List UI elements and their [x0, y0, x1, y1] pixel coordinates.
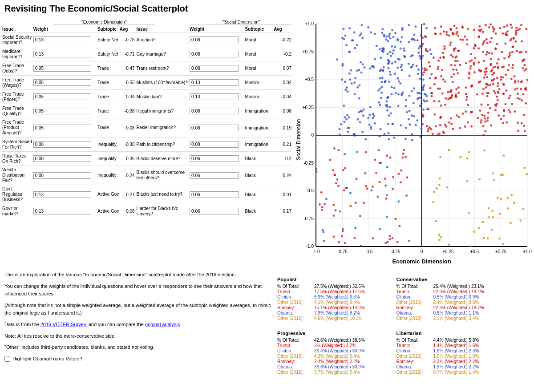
checkbox-label: Highlight Obama/Trump Voters? — [12, 355, 82, 363]
weight1-input-0[interactable] — [33, 36, 91, 43]
scatter-dot — [440, 25, 442, 28]
scatter-dot — [400, 124, 402, 126]
weight1-input-8[interactable] — [33, 155, 91, 162]
cell-weight2-7[interactable] — [190, 141, 245, 148]
desc-p6: "Other" includes third-party candidates,… — [4, 344, 271, 352]
weight2-input-9[interactable] — [190, 172, 239, 179]
cell-issue1-10: Gov't Regulates Business? — [2, 186, 33, 202]
weight2-input-0[interactable] — [190, 36, 239, 43]
scatter-dot — [380, 162, 382, 164]
weight1-input-3[interactable] — [33, 79, 91, 86]
scatter-dot — [411, 114, 413, 117]
q-label: Other (2012): — [396, 370, 432, 375]
scatter-dot — [465, 86, 467, 89]
weight1-input-7[interactable] — [33, 141, 91, 148]
cell-weight2-8[interactable] — [190, 155, 245, 162]
weight1-input-1[interactable] — [33, 51, 91, 57]
cell-weight1-11[interactable] — [33, 208, 97, 214]
weight2-input-7[interactable] — [190, 141, 239, 148]
cell-weight2-5[interactable] — [190, 108, 245, 114]
weight2-input-3[interactable] — [190, 79, 239, 86]
cell-weight2-10[interactable] — [190, 191, 245, 198]
scatter-dot — [454, 57, 457, 59]
scatter-dot — [482, 88, 485, 90]
cell-weight1-2[interactable] — [33, 65, 97, 72]
scatter-dot — [457, 50, 460, 52]
scatter-dot — [486, 51, 488, 53]
cell-weight2-3[interactable] — [190, 79, 245, 86]
scatter-dot — [437, 134, 439, 136]
cell-weight1-9[interactable] — [33, 172, 97, 179]
cell-weight1-3[interactable] — [33, 79, 97, 86]
scatter-dot — [421, 72, 423, 74]
scatter-dot — [342, 228, 344, 230]
scatter-dot — [523, 167, 526, 169]
scatter-dot — [462, 39, 464, 41]
scatter-dot — [341, 235, 343, 237]
weight2-input-8[interactable] — [190, 155, 239, 162]
weight1-input-2[interactable] — [33, 65, 91, 72]
cell-weight2-2[interactable] — [190, 65, 245, 72]
cell-weight1-7[interactable] — [33, 141, 97, 148]
scatter-dot — [439, 88, 441, 90]
weight1-input-4[interactable] — [33, 93, 91, 100]
cell-weight1-6[interactable] — [33, 125, 97, 131]
scatter-dot — [492, 30, 494, 32]
scatter-dot — [388, 238, 391, 240]
scatter-dot — [484, 73, 486, 76]
voter-survey-link[interactable]: 2016 VOTER Survey — [40, 322, 86, 327]
scatter-dot — [482, 134, 485, 136]
scatter-dot — [335, 182, 337, 184]
scatter-dot — [487, 84, 489, 86]
weight1-input-10[interactable] — [33, 191, 91, 198]
cell-weight2-1[interactable] — [190, 51, 245, 57]
cell-weight2-9[interactable] — [190, 172, 245, 179]
weight2-input-6[interactable] — [190, 125, 239, 131]
cell-weight2-11[interactable] — [190, 208, 245, 214]
scatter-dot — [500, 118, 502, 120]
scatter-dot — [511, 51, 514, 53]
q-label: Romney: — [396, 305, 432, 310]
scatter-dot — [459, 156, 461, 158]
scatter-dot — [417, 39, 419, 41]
original-analysis-link[interactable]: original analysis — [145, 322, 180, 327]
cell-weight1-5[interactable] — [33, 108, 97, 114]
scatter-dot — [481, 43, 484, 45]
q-val: 4.1% (Weighted:) 8.4% — [314, 300, 360, 305]
scatter-dot — [524, 88, 526, 90]
cell-weight1-4[interactable] — [33, 93, 97, 100]
cell-weight1-0[interactable] — [33, 36, 97, 43]
scatter-dot — [508, 109, 510, 111]
cell-weight2-6[interactable] — [190, 125, 245, 131]
cell-weight1-10[interactable] — [33, 191, 97, 198]
weight2-input-1[interactable] — [190, 51, 239, 57]
weight2-input-4[interactable] — [190, 93, 239, 100]
cell-weight1-8[interactable] — [33, 155, 97, 162]
scatter-dot — [397, 93, 400, 95]
scatter-dot — [434, 32, 437, 35]
weight1-input-6[interactable] — [33, 125, 91, 131]
scatter-dot — [315, 168, 317, 170]
weight1-input-11[interactable] — [33, 208, 91, 214]
weight2-input-11[interactable] — [190, 208, 239, 214]
scatter-dot — [487, 112, 490, 114]
weight2-input-5[interactable] — [190, 108, 239, 114]
scatter-dot — [336, 178, 339, 181]
weight1-input-5[interactable] — [33, 108, 91, 114]
scatter-dot — [406, 111, 408, 113]
weight2-input-10[interactable] — [190, 191, 239, 198]
weight1-input-9[interactable] — [33, 172, 91, 179]
cell-weight1-1[interactable] — [33, 51, 97, 57]
scatter-dot — [523, 64, 526, 66]
scatter-dot — [421, 36, 424, 39]
quadrant-data-row: Other (2016):1.5% (Weighted:) 1.9% — [396, 354, 506, 359]
scatter-dot — [445, 97, 447, 100]
quadrant-data-row: Romney:2.3% (Weighted:) 2.2% — [396, 359, 506, 364]
scatter-dot — [439, 117, 441, 119]
cell-weight2-4[interactable] — [190, 93, 245, 100]
scatter-dot — [387, 241, 389, 243]
scatter-dot — [343, 28, 345, 30]
weight2-input-2[interactable] — [190, 65, 239, 72]
cell-weight2-0[interactable] — [190, 36, 245, 43]
highlight-checkbox[interactable] — [4, 356, 10, 362]
